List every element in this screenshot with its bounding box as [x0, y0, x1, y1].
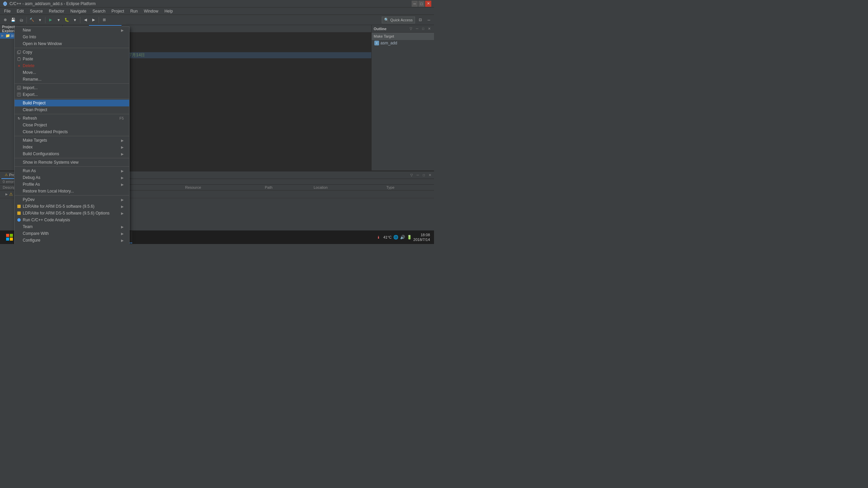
ctx-move[interactable]: Move...	[15, 69, 129, 76]
ctx-sep-8	[15, 195, 129, 196]
ctx-restore-history[interactable]: Restore from Local History...	[15, 188, 129, 195]
ctx-delete[interactable]: ✕ Delete	[15, 62, 129, 69]
import-icon	[17, 85, 21, 90]
ctx-profile-as-arrow: ▶	[121, 183, 124, 186]
paste-icon	[17, 57, 21, 61]
ctx-pydev-arrow: ▶	[121, 198, 124, 202]
ctx-team[interactable]: Team ▶	[15, 223, 129, 230]
ctx-refresh[interactable]: ↻ Refresh F5	[15, 115, 129, 122]
ctx-ldralite-arrow: ▶	[121, 205, 124, 208]
ctx-sep-6	[15, 158, 129, 158]
ctx-copy[interactable]: Copy	[15, 49, 129, 56]
ctx-debug-as[interactable]: Debug As ▶	[15, 174, 129, 181]
ctx-close-project[interactable]: Close Project	[15, 122, 129, 128]
ctx-close-unrelated[interactable]: Close Unrelated Projects	[15, 128, 129, 135]
ctx-sep-7	[15, 166, 129, 167]
ctx-sep-2	[15, 83, 129, 84]
ctx-configure[interactable]: Configure ▶	[15, 237, 129, 244]
ctx-pydev[interactable]: PyDev ▶	[15, 196, 129, 203]
ctx-sep-5	[15, 136, 129, 136]
ctx-build-configs-arrow: ▶	[121, 152, 124, 156]
ctx-make-targets[interactable]: Make Targets ▶	[15, 137, 129, 144]
ctx-run-as[interactable]: Run As ▶	[15, 167, 129, 174]
context-menu: New ▶ Go Into Open in New Window Copy	[14, 26, 130, 244]
analysis-icon	[17, 218, 21, 222]
ctx-sep-3	[15, 99, 129, 99]
ldra-icon	[17, 204, 21, 209]
context-menu-overlay[interactable]: New ▶ Go Into Open in New Window Copy	[0, 0, 434, 244]
ctx-team-arrow: ▶	[121, 225, 124, 229]
ctx-run-as-arrow: ▶	[121, 169, 124, 173]
ctx-compare-arrow: ▶	[121, 232, 124, 236]
ctx-sep-4	[15, 114, 129, 114]
ctx-run-analysis[interactable]: Run C/C++ Code Analysis	[15, 217, 129, 223]
ctx-go-into[interactable]: Go Into	[15, 34, 129, 40]
ctx-paste[interactable]: Paste	[15, 56, 129, 62]
ctx-new-arrow: ▶	[121, 28, 124, 32]
ctx-open-new-window[interactable]: Open in New Window	[15, 40, 129, 47]
svg-rect-3	[18, 50, 21, 53]
ctx-build-configs[interactable]: Build Configurations ▶	[15, 150, 129, 157]
ctx-compare-with[interactable]: Compare With ▶	[15, 230, 129, 237]
ldra-options-icon	[17, 211, 21, 216]
ctx-index[interactable]: Index ▶	[15, 144, 129, 150]
ctx-build-project[interactable]: Build Project	[15, 100, 129, 106]
ctx-configure-arrow: ▶	[121, 239, 124, 242]
ctx-import[interactable]: Import...	[15, 84, 129, 91]
ctx-ldralite[interactable]: LDRAlite for ARM DS-5 software (9.5.6) ▶	[15, 203, 129, 210]
refresh-icon: ↻	[17, 116, 21, 121]
ctx-clean-project[interactable]: Clean Project	[15, 106, 129, 113]
ctx-new[interactable]: New ▶	[15, 27, 129, 34]
ctx-rename[interactable]: Rename...	[15, 76, 129, 83]
svg-rect-4	[18, 58, 20, 61]
ctx-profile-as[interactable]: Profile As ▶	[15, 181, 129, 188]
ctx-export[interactable]: Export...	[15, 91, 129, 98]
export-icon	[17, 92, 21, 97]
ctx-index-arrow: ▶	[121, 145, 124, 149]
ctx-make-targets-arrow: ▶	[121, 139, 124, 142]
ctx-ldralite-options-arrow: ▶	[121, 211, 124, 215]
copy-icon	[17, 50, 21, 55]
ctx-sep-1	[15, 48, 129, 48]
delete-icon: ✕	[17, 63, 21, 68]
ctx-show-remote[interactable]: Show in Remote Systems view	[15, 159, 129, 166]
ctx-ldralite-options[interactable]: LDRAlite for ARM DS-5 software (9.5.6) O…	[15, 210, 129, 217]
svg-rect-5	[18, 57, 20, 58]
ctx-debug-as-arrow: ▶	[121, 176, 124, 180]
